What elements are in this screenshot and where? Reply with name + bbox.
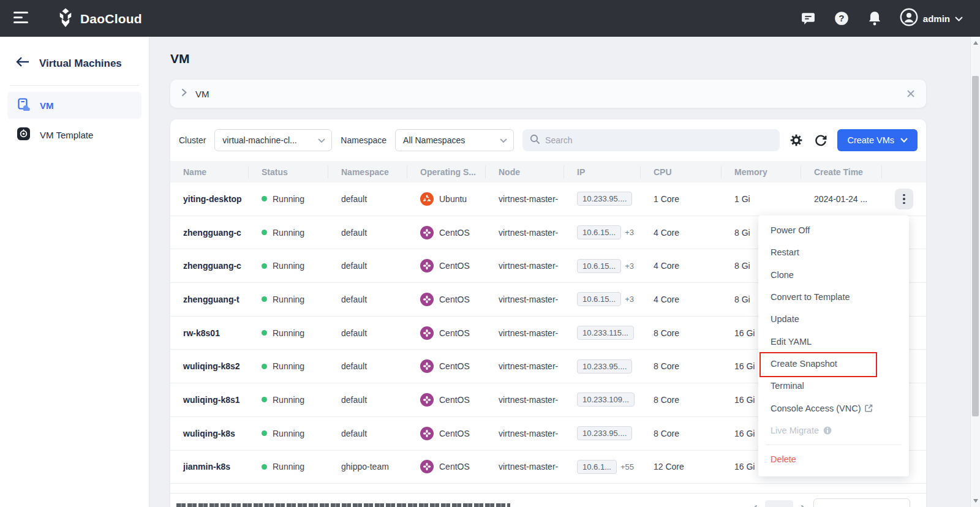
column-header <box>882 166 926 178</box>
scroll-up-icon[interactable] <box>971 38 980 48</box>
centos-icon <box>420 427 434 440</box>
ubuntu-icon <box>420 192 434 206</box>
vm-namespace: default <box>328 228 407 238</box>
vm-namespace: ghippo-team <box>328 462 407 471</box>
menu-toggle-icon[interactable] <box>13 12 29 25</box>
sidebar-title: Virtual Machines <box>39 58 122 70</box>
vm-name[interactable]: zhengguang-t <box>170 295 249 304</box>
vm-node: virtnest-master- <box>486 462 564 471</box>
centos-icon <box>420 460 434 473</box>
vm-ip: 10.233.109... <box>564 392 641 407</box>
vm-name[interactable]: wuliqing-k8s <box>170 429 249 438</box>
ip-extra-count: +3 <box>625 295 634 304</box>
vm-ip: 10.6.15...+3 <box>564 292 641 306</box>
menu-item-live-migrate[interactable]: Live Migrate <box>758 419 909 441</box>
status-dot-icon <box>262 364 267 369</box>
user-menu[interactable]: admin <box>900 8 963 29</box>
chevron-right-icon[interactable] <box>181 88 187 99</box>
menu-item-clone[interactable]: Clone <box>758 264 909 286</box>
vm-status: Running <box>249 228 328 238</box>
ip-chip: 10.233.95.... <box>577 426 632 440</box>
vm-create-time: 2024-01-24 ... <box>801 194 882 204</box>
cluster-label: Cluster <box>179 135 206 145</box>
vm-cpu: 1 Core <box>641 194 722 204</box>
divider <box>10 85 139 86</box>
collapse-panel[interactable]: VM <box>170 80 926 108</box>
collapse-panel-label: VM <box>195 89 209 99</box>
ip-extra-count: +55 <box>620 462 634 471</box>
vm-os: Ubuntu <box>407 192 486 206</box>
vm-name[interactable]: zhengguang-c <box>170 261 249 271</box>
search-input[interactable]: Search <box>522 129 780 151</box>
table-row[interactable]: yiting-desktop Running default Ubuntu vi… <box>170 182 926 216</box>
sidebar-item-vm-template[interactable]: VM Template <box>7 121 141 148</box>
vm-name[interactable]: zhengguang-c <box>170 228 249 238</box>
vm-name[interactable]: jianmin-k8s <box>170 462 249 471</box>
vm-namespace: default <box>328 295 407 304</box>
namespace-select[interactable]: All Namespaces <box>395 129 514 151</box>
table-footer <box>170 493 926 507</box>
vm-namespace: default <box>328 395 407 405</box>
menu-item-restart[interactable]: Restart <box>758 241 909 263</box>
vm-ip: 10.233.115... <box>564 326 641 340</box>
status-dot-icon <box>262 330 267 336</box>
cluster-select[interactable]: virtual-machine-cl... <box>214 129 332 151</box>
vm-name[interactable]: yiting-desktop <box>170 194 249 204</box>
create-vms-button[interactable]: Create VMs <box>837 129 918 151</box>
close-icon[interactable] <box>907 89 915 98</box>
menu-item-edit-yaml[interactable]: Edit YAML <box>758 330 909 352</box>
brand[interactable]: DaoCloud <box>56 8 142 30</box>
vm-node: virtnest-master- <box>486 261 564 271</box>
sidebar: Virtual Machines VM VM Template <box>0 37 149 507</box>
vm-status: Running <box>249 295 328 304</box>
avatar <box>900 8 918 29</box>
vm-name[interactable]: wuliqing-k8s2 <box>170 361 249 371</box>
row-actions-kebab-icon[interactable] <box>895 189 913 209</box>
sidebar-back[interactable]: Virtual Machines <box>0 37 149 70</box>
sidebar-item-label: VM Template <box>40 130 93 140</box>
messages-icon[interactable] <box>801 10 816 26</box>
menu-item-update[interactable]: Update <box>758 308 909 330</box>
help-icon[interactable]: ? <box>834 10 850 26</box>
menu-item-delete[interactable]: Delete <box>758 448 909 470</box>
notifications-bell-icon[interactable] <box>867 10 883 26</box>
menu-item-console-access-vnc[interactable]: Console Access (VNC) <box>758 397 909 419</box>
centos-icon <box>420 359 434 373</box>
page-size-select[interactable] <box>813 498 910 507</box>
vm-name[interactable]: rw-k8s01 <box>170 328 249 338</box>
svg-text:?: ? <box>839 13 844 23</box>
page-title: VM <box>170 51 190 66</box>
page-prev-icon[interactable] <box>752 505 758 507</box>
vm-name[interactable]: wuliqing-k8s1 <box>170 395 249 405</box>
context-menu: Power OffRestartCloneConvert to Template… <box>758 216 909 476</box>
menu-item-create-snapshot[interactable]: Create Snapshot <box>758 353 909 375</box>
menu-item-power-off[interactable]: Power Off <box>758 219 909 241</box>
vertical-scrollbar[interactable] <box>970 37 980 507</box>
namespace-label: Namespace <box>341 135 386 145</box>
centos-icon <box>420 326 434 340</box>
page-next-icon[interactable] <box>801 505 806 507</box>
vm-os: CentOS <box>407 460 486 473</box>
back-arrow-icon[interactable] <box>16 56 29 70</box>
sidebar-item-vm[interactable]: VM <box>7 92 141 119</box>
column-header: Status <box>249 166 328 178</box>
column-header: IP <box>564 166 641 178</box>
scrollbar-thumb[interactable] <box>972 76 979 416</box>
vm-ip: 10.233.95.... <box>564 192 641 206</box>
settings-gear-icon[interactable] <box>788 132 804 148</box>
menu-item-convert-to-template[interactable]: Convert to Template <box>758 286 909 308</box>
status-dot-icon <box>262 196 267 201</box>
vm-ip: 10.233.95.... <box>564 426 641 440</box>
info-icon <box>823 426 832 435</box>
scroll-down-icon[interactable] <box>971 496 980 506</box>
search-placeholder: Search <box>545 135 572 145</box>
vm-os: CentOS <box>407 226 486 239</box>
menu-item-terminal[interactable]: Terminal <box>758 375 909 397</box>
daocloud-logo-icon <box>56 8 75 30</box>
status-dot-icon <box>262 397 267 402</box>
refresh-icon[interactable] <box>813 132 829 148</box>
external-link-icon <box>865 404 873 412</box>
vm-cpu: 4 Core <box>641 228 722 238</box>
vm-cpu: 4 Core <box>641 261 722 271</box>
page-number-box[interactable] <box>765 500 793 507</box>
